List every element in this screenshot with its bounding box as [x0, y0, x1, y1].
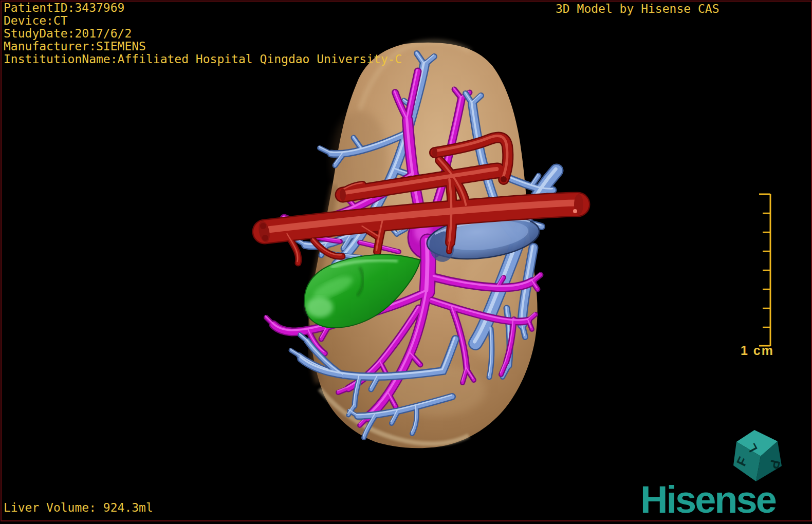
scale-bar — [759, 194, 770, 346]
device: Device:CT — [4, 14, 402, 27]
patient-id: PatientID:3437969 — [4, 2, 402, 14]
liver-volume-readout: Liver Volume: 924.3ml — [4, 501, 153, 514]
study-date: StudyDate:2017/6/2 — [4, 27, 402, 40]
patient-info-block: PatientID:3437969 Device:CT StudyDate:20… — [4, 2, 402, 66]
hisense-logo: Hisense — [640, 481, 776, 519]
manufacturer: Manufacturer:SIEMENS — [4, 40, 402, 53]
viewer-window: L F P PatientID:3437969 Device:CT StudyD… — [0, 0, 812, 524]
orientation-cube-icon[interactable]: L F P — [733, 430, 783, 481]
3d-viewport[interactable]: L F P — [0, 0, 812, 524]
model-credit: 3D Model by Hisense CAS — [556, 2, 719, 15]
scale-bar-label: 1 cm — [741, 343, 774, 358]
institution-name: InstitutionName:Affiliated Hospital Qing… — [4, 53, 402, 66]
